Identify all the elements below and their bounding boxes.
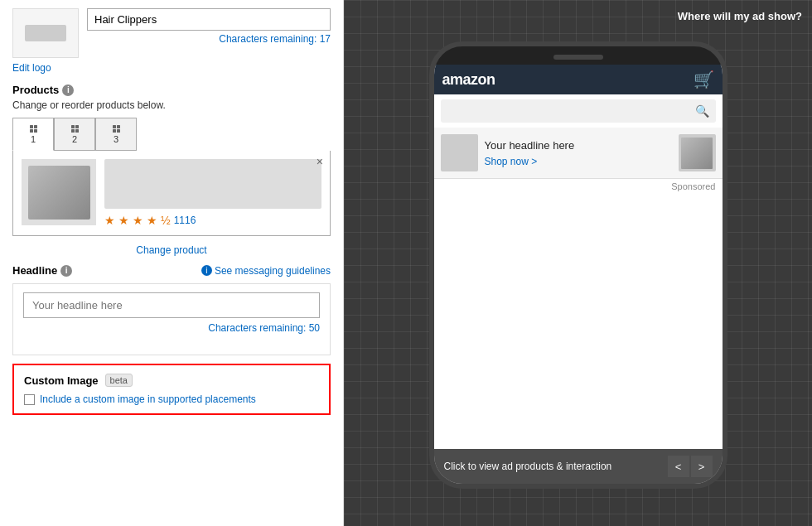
cart-icon[interactable]: 🛒 [694,70,714,89]
phone-screen: amazon 🛒 🔍 Your headline here Shop now > [434,65,723,484]
products-info-icon[interactable]: i [62,84,74,96]
where-ad-show-text: Where will my ad show? [678,10,802,22]
review-count: 1116 [174,215,196,226]
left-panel: Characters remaining: 17 Edit logo Produ… [0,0,344,526]
tab-label-2: 2 [72,134,77,144]
change-product-link[interactable]: Change product [12,244,331,256]
chars-remaining-headline: Characters remaining: 50 [23,322,320,334]
chars-remaining-brand: Characters remaining: 17 [87,33,331,45]
ad-thumb-inner-left [443,138,475,169]
custom-image-section: Custom Image beta Include a custom image… [12,364,331,415]
product-thumb-inner [28,166,90,220]
right-panel: Where will my ad show? amazon 🛒 🔍 [344,0,812,526]
see-messaging-link[interactable]: i See messaging guidelines [201,265,331,277]
custom-image-title: Custom Image [24,374,99,387]
stars-row: ★ ★ ★ ★ ½ 1116 [104,214,321,227]
products-label: Products [12,84,59,96]
logo-row: Characters remaining: 17 [12,8,331,58]
search-bar[interactable]: 🔍 [441,99,716,123]
custom-image-desc[interactable]: Include a custom image in supported plac… [40,393,256,405]
ad-product-inner-right [681,138,713,169]
edit-logo-link[interactable]: Edit logo [12,62,331,74]
tab-label-3: 3 [114,134,118,144]
ad-shop-now[interactable]: Shop now > [485,156,538,167]
headline-info-icon[interactable]: i [60,265,72,277]
brand-name-input[interactable] [87,8,331,31]
ad-text-area: Your headline here Shop now > [485,139,672,167]
amazon-logo-text: amazon [442,71,495,89]
star-4: ★ [147,214,157,227]
logo-placeholder [25,25,66,41]
headline-input-box: Characters remaining: 50 [12,283,331,355]
logo-input-area: Characters remaining: 17 [87,8,331,45]
amazon-header: amazon 🛒 [434,65,723,94]
beta-badge: beta [105,374,133,387]
amazon-logo: amazon [442,71,495,89]
star-3: ★ [133,214,143,227]
next-arrow[interactable]: > [691,456,713,477]
close-button[interactable]: × [317,155,323,168]
custom-image-header: Custom Image beta [24,374,319,387]
logo-box [12,8,79,58]
product-tabs: 1 2 3 [12,118,331,151]
phone-speaker [553,55,603,60]
custom-image-checkbox-row: Include a custom image in supported plac… [24,393,319,405]
star-half: ½ [161,214,171,227]
custom-image-checkbox[interactable] [24,394,35,405]
phone-bottom-bar: Click to view ad products & interaction … [434,449,723,484]
ad-product-thumb-right [679,134,716,171]
tab-label-1: 1 [31,134,36,144]
product-image-placeholder [104,159,321,209]
product-tab-2[interactable]: 2 [54,118,95,151]
headline-label: Headline i [12,264,72,277]
sponsored-text: Sponsored [434,179,723,194]
prev-arrow[interactable]: < [668,456,689,477]
messaging-info-icon: i [201,265,212,276]
ad-thumb-left [441,134,478,171]
star-1: ★ [104,214,115,227]
products-section-label: Products i [12,84,331,96]
star-2: ★ [118,214,129,227]
product-tab-3[interactable]: 3 [95,118,137,151]
headline-input[interactable] [23,292,320,318]
product-tab-1[interactable]: 1 [12,118,54,151]
headline-label-text: Headline [12,264,57,277]
headline-row: Headline i i See messaging guidelines [12,264,331,277]
product-details: ★ ★ ★ ★ ½ 1116 [104,159,321,227]
product-card: × ★ ★ ★ ★ ½ 1116 [12,151,331,236]
change-reorder-text: Change or reorder products below. [12,99,331,111]
ad-headline: Your headline here [485,139,672,152]
search-icon: 🔍 [695,104,709,118]
phone-mockup: amazon 🛒 🔍 Your headline here Shop now > [429,41,727,489]
product-thumbnail [22,159,96,225]
click-to-view-text: Click to view ad products & interaction [444,461,612,472]
ad-banner: Your headline here Shop now > [434,128,723,179]
nav-arrows: < > [668,456,713,477]
messaging-label: See messaging guidelines [215,265,331,277]
